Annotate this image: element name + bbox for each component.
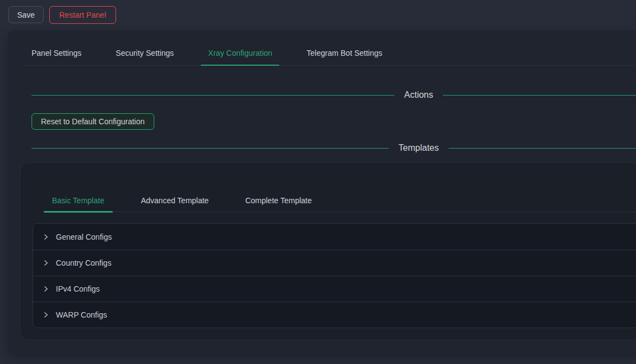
tab-panel-settings[interactable]: Panel Settings [24,43,88,65]
divider-line [32,95,394,96]
tab-security-settings[interactable]: Security Settings [108,43,181,65]
collapse-item-general-configs[interactable]: General Configs [33,224,636,250]
tab-complete-template[interactable]: Complete Template [237,191,320,212]
tab-telegram-bot-settings[interactable]: Telegram Bot Settings [299,43,389,65]
actions-divider: Actions [32,88,636,102]
collapse-item-label: IPv4 Configs [56,284,100,293]
toolbar: Save Restart Panel [0,0,636,30]
actions-section-title: Actions [394,90,443,100]
divider-line [32,148,389,149]
template-tab-bar: Basic Template Advanced Template Complet… [44,191,636,212]
collapse-item-label: WARP Configs [56,310,107,319]
templates-divider: Templates [32,141,636,155]
collapse-item-warp-configs[interactable]: WARP Configs [33,302,636,328]
collapse-item-label: Country Configs [56,259,111,267]
restart-panel-button[interactable]: Restart Panel [49,6,116,24]
tab-advanced-template[interactable]: Advanced Template [133,191,217,212]
tab-xray-configuration[interactable]: Xray Configuration [201,43,279,65]
chevron-right-icon [42,285,50,293]
collapse-item-ipv4-configs[interactable]: IPv4 Configs [33,276,636,302]
divider-line [449,148,636,149]
config-collapse-list: General Configs Country Configs IPv4 Con… [33,223,636,328]
settings-card: Panel Settings Security Settings Xray Co… [8,30,636,354]
collapse-item-country-configs[interactable]: Country Configs [33,250,636,276]
tab-basic-template[interactable]: Basic Template [44,191,113,212]
templates-section-title: Templates [389,143,449,153]
collapse-item-label: General Configs [56,233,112,241]
divider-line [443,95,636,96]
chevron-right-icon [42,311,50,319]
chevron-right-icon [42,233,50,241]
reset-default-config-button[interactable]: Reset to Default Configuration [32,113,154,130]
templates-card: Basic Template Advanced Template Complet… [20,162,636,340]
chevron-right-icon [42,259,50,267]
save-button[interactable]: Save [8,6,44,23]
settings-tab-bar: Panel Settings Security Settings Xray Co… [24,43,636,66]
